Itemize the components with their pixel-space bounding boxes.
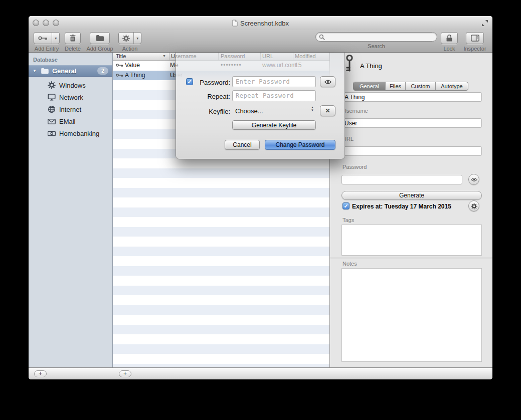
zoom-button[interactable] [53, 20, 59, 26]
desktop: Screenshot.kdbx ▾ Add Entry Delete [0, 0, 521, 420]
password-input[interactable] [232, 76, 316, 87]
sidebar-item-email[interactable]: EMail [29, 115, 112, 127]
gear-icon [471, 203, 477, 209]
sidebar-group-general[interactable]: ▼ General 2 [29, 65, 112, 77]
show-password-button[interactable] [468, 174, 479, 185]
window-controls [33, 20, 59, 26]
fullscreen-icon[interactable] [481, 20, 488, 27]
folder-icon [41, 68, 49, 74]
inspector-button[interactable] [466, 32, 484, 44]
inspector-tabs: General Files Custom Autotype [353, 82, 468, 91]
change-password-button[interactable]: Change Password [265, 140, 335, 150]
inspector-panel-icon [471, 35, 479, 42]
add-entry-label: Add Entry [35, 46, 59, 52]
title-field[interactable] [341, 92, 482, 102]
tab-general[interactable]: General [354, 82, 386, 90]
sidebar-item-label: Internet [59, 106, 81, 113]
generate-keyfile-button[interactable]: Generate Keyfile [232, 120, 316, 130]
stepper-arrows-icon: ▲ ▼ [311, 106, 314, 112]
sidebar-header: Database [33, 57, 58, 63]
notes-field[interactable] [341, 268, 482, 362]
envelope-icon [48, 118, 56, 125]
lock-label: Lock [443, 46, 455, 52]
tab-files[interactable]: Files [386, 82, 406, 90]
key-icon [345, 54, 354, 73]
key-icon [34, 33, 52, 44]
sidebar-item-windows[interactable]: Windows [29, 79, 112, 91]
clear-keyfile-button[interactable]: ✕ [320, 105, 335, 116]
search-area: Search [315, 32, 437, 49]
tags-field[interactable] [341, 225, 482, 256]
stepper-down-icon: ▼ [311, 109, 314, 112]
minimize-button[interactable] [43, 20, 49, 26]
titlebar[interactable]: Screenshot.kdbx [29, 16, 492, 30]
chevron-down-icon[interactable]: ▾ [52, 33, 59, 44]
monitor-icon [48, 93, 56, 101]
action-label: Action [122, 46, 138, 52]
generate-password-button[interactable]: Generate [341, 191, 482, 200]
url-field[interactable] [341, 146, 482, 156]
inspector-panel: A Thing General Files Custom Autotype Us… [330, 53, 492, 367]
notes-label: Notes [342, 261, 357, 267]
keyfile-label: Keyfile: [192, 108, 230, 115]
gear-icon [48, 81, 56, 89]
app-window: Screenshot.kdbx ▾ Add Entry Delete [29, 16, 492, 379]
expiry-settings-button[interactable] [468, 200, 479, 212]
username-label: Username [342, 108, 368, 114]
key-icon [116, 63, 123, 67]
document-icon [232, 20, 238, 27]
add-entry-button[interactable]: ▾ [34, 32, 60, 44]
sidebar: Database ▼ General 2 Windows Network [29, 53, 113, 367]
tags-label: Tags [342, 217, 354, 223]
banknote-icon [48, 131, 56, 136]
disclosure-triangle-icon[interactable]: ▼ [33, 69, 38, 73]
change-password-dialog: ✓ Password: Repeat: Keyfile: Choose... ▲… [176, 53, 345, 159]
key-icon [116, 73, 123, 77]
repeat-label: Repeat: [192, 93, 230, 100]
eye-icon [471, 177, 477, 182]
expires-checkbox[interactable]: ✓ [342, 202, 350, 209]
keyfile-popup[interactable]: Choose... ▲ ▼ [232, 105, 316, 116]
cell-title: A Thing [125, 72, 145, 79]
expires-label: Expires at: Tuesday 17 March 2015 [352, 203, 451, 210]
group-count-badge: 2 [97, 67, 108, 75]
bottom-bar: + + [29, 367, 492, 379]
sidebar-item-label: Windows [59, 82, 86, 89]
cell-title: Value [125, 62, 140, 69]
username-field[interactable] [341, 118, 482, 128]
sidebar-item-internet[interactable]: Internet [29, 103, 112, 115]
search-input[interactable] [327, 33, 434, 41]
column-header-title[interactable]: Title [116, 53, 126, 59]
tab-custom[interactable]: Custom [406, 82, 436, 90]
password-label: Password [342, 164, 367, 170]
tab-autotype[interactable]: Autotype [436, 82, 468, 90]
lock-icon [446, 34, 453, 42]
repeat-password-input[interactable] [232, 90, 316, 101]
delete-label: Delete [65, 46, 81, 52]
password-field[interactable] [341, 175, 462, 184]
window-title: Screenshot.kdbx [29, 16, 492, 30]
keyfile-value: Choose... [235, 107, 263, 115]
cancel-button[interactable]: Cancel [225, 140, 260, 150]
gear-icon [119, 33, 133, 44]
lock-button[interactable] [441, 32, 458, 44]
sidebar-item-network[interactable]: Network [29, 91, 112, 103]
show-password-button[interactable] [320, 76, 335, 87]
sort-indicator-icon: ▼ [162, 54, 166, 58]
entry-title: A Thing [360, 62, 382, 70]
group-label: General [52, 67, 76, 75]
add-entry-plus-button[interactable]: + [119, 370, 131, 377]
action-button[interactable]: ▾ [118, 32, 141, 44]
password-label: Password: [192, 79, 230, 86]
search-field[interactable] [315, 32, 437, 42]
close-button[interactable] [33, 20, 39, 26]
window-title-text: Screenshot.kdbx [240, 20, 289, 27]
chevron-down-icon[interactable]: ▾ [133, 33, 141, 44]
sidebar-item-homebanking[interactable]: Homebanking [29, 127, 112, 139]
add-group-button[interactable] [90, 32, 110, 44]
folder-icon [96, 35, 104, 42]
trash-icon [69, 34, 77, 42]
delete-button[interactable] [65, 32, 81, 44]
section-divider [330, 258, 492, 258]
add-group-plus-button[interactable]: + [34, 370, 47, 377]
